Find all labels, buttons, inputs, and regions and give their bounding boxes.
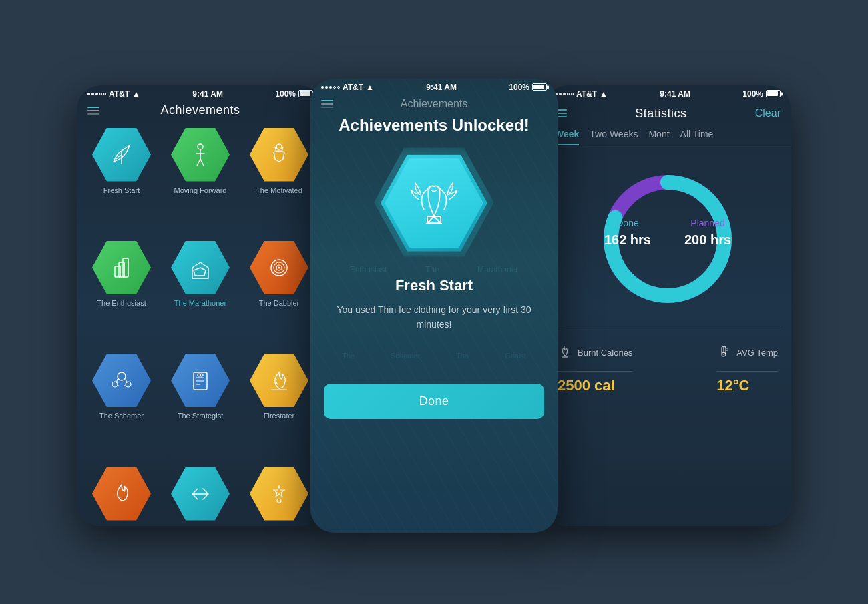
planned-label: Planned bbox=[684, 217, 731, 228]
calories-icon bbox=[558, 344, 572, 362]
tab-two-weeks[interactable]: Two Weeks bbox=[590, 129, 638, 145]
badge-moving-forward[interactable]: Moving Forward bbox=[164, 128, 237, 236]
badge-label-fresh-start: Fresh Start bbox=[103, 186, 140, 195]
calories-label: Burnt Calories bbox=[578, 348, 632, 358]
svg-point-15 bbox=[198, 374, 200, 376]
status-bar-right: AT&T ▲ 9:41 AM 100% bbox=[544, 85, 791, 101]
tab-month[interactable]: Mont bbox=[648, 129, 669, 145]
wifi-icon-left: ▲ bbox=[132, 89, 140, 99]
badge-enthusiast[interactable]: The Enthusiast bbox=[85, 241, 158, 348]
achievement-desc: You used Thin Ice clothing for your very… bbox=[310, 302, 558, 352]
menu-icon-left[interactable] bbox=[87, 107, 99, 115]
hex-firestater bbox=[250, 354, 308, 407]
menu-icon-center[interactable] bbox=[321, 100, 333, 108]
time-left: 9:41 AM bbox=[192, 89, 223, 99]
battery-icon-center bbox=[532, 83, 547, 91]
badge-label-moving-forward: Moving Forward bbox=[174, 186, 227, 195]
achievements-header: Achievements bbox=[77, 101, 324, 123]
battery-icon-right bbox=[766, 90, 781, 97]
hex-dabbler bbox=[250, 241, 308, 294]
temp-label: AVG Temp bbox=[736, 348, 778, 358]
badge-firestater[interactable]: Firestater bbox=[242, 354, 316, 461]
phone-center: AT&T ▲ 9:41 AM 100% Achieveme bbox=[310, 79, 558, 533]
badge-schemer[interactable]: The Schemer bbox=[85, 354, 158, 461]
badge-label-the-motivated: The Motivated bbox=[256, 186, 302, 195]
donut-labels: Done 162 hrs Planned 200 hrs bbox=[604, 217, 731, 247]
battery-pct-right: 100% bbox=[742, 89, 763, 99]
svg-marker-5 bbox=[194, 268, 206, 276]
badge-partial-1[interactable] bbox=[92, 467, 151, 521]
badge-label-marathoner: The Marathoner bbox=[174, 298, 226, 308]
svg-point-11 bbox=[118, 372, 126, 380]
badges-grid: Fresh Start Moving Forward bbox=[77, 123, 324, 467]
hex-the-motivated bbox=[250, 128, 308, 182]
wifi-icon-right: ▲ bbox=[600, 89, 608, 99]
stats-title: Statistics bbox=[635, 107, 686, 121]
partial-badges-row bbox=[77, 467, 324, 526]
signal-dot-5 bbox=[103, 93, 106, 95]
svg-rect-4 bbox=[123, 258, 128, 277]
donut-chart-container: Done 162 hrs Planned 200 hrs bbox=[544, 145, 791, 319]
hex-marathoner bbox=[171, 241, 230, 294]
phone-left: AT&T ▲ 9:41 AM 100% Achievements bbox=[77, 85, 324, 526]
donut-planned: Planned 200 hrs bbox=[684, 217, 731, 247]
center-badge-area bbox=[310, 148, 558, 265]
badge-label-schemer: The Schemer bbox=[99, 411, 144, 420]
stat-calories: Burnt Calories 2500 cal bbox=[558, 344, 632, 394]
carrier-left: AT&T bbox=[109, 89, 130, 99]
bg-text-row: Enthusiast The Marathoner bbox=[310, 265, 558, 274]
carrier-right: AT&T bbox=[576, 89, 597, 99]
badge-label-firestater: Firestater bbox=[264, 411, 294, 420]
signal-dot-4 bbox=[99, 93, 102, 95]
hex-enthusiast bbox=[92, 241, 151, 294]
stats-divider bbox=[555, 326, 781, 326]
achievement-name: Fresh Start bbox=[310, 277, 558, 302]
svg-point-1 bbox=[276, 144, 282, 149]
bg-text-row-2: The Schemer The Goalst bbox=[310, 352, 558, 360]
donut-done: Done 162 hrs bbox=[604, 217, 651, 247]
center-header: Achievements bbox=[310, 95, 558, 116]
badge-marathoner[interactable]: The Marathoner bbox=[164, 241, 237, 348]
stats-row: Burnt Calories 2500 cal bbox=[544, 333, 791, 405]
clear-button[interactable]: Clear bbox=[755, 107, 781, 119]
statistics-screen: AT&T ▲ 9:41 AM 100% Statistic bbox=[544, 85, 791, 526]
badge-the-motivated[interactable]: The Motivated bbox=[242, 128, 316, 236]
svg-point-16 bbox=[200, 374, 203, 376]
svg-rect-3 bbox=[119, 262, 124, 277]
badge-label-dabbler: The Dabbler bbox=[259, 298, 300, 308]
unlocked-screen: AT&T ▲ 9:41 AM 100% Achieveme bbox=[310, 79, 558, 533]
phones-container: AT&T ▲ 9:41 AM 100% Achievements bbox=[77, 85, 791, 533]
badge-strategist[interactable]: The Strategist bbox=[164, 354, 237, 461]
tab-all-time[interactable]: All Time bbox=[680, 129, 714, 145]
status-bar-left: AT&T ▲ 9:41 AM 100% bbox=[77, 85, 324, 101]
stats-tabs: Week Two Weeks Mont All Time bbox=[544, 129, 791, 145]
center-achievements-title: Achievements bbox=[401, 98, 468, 110]
planned-value: 200 hrs bbox=[684, 232, 731, 247]
temp-value: 12°C bbox=[716, 377, 778, 394]
temp-icon bbox=[716, 344, 731, 362]
hex-fresh-start bbox=[92, 128, 151, 182]
svg-point-0 bbox=[198, 144, 203, 149]
calories-value: 2500 cal bbox=[558, 377, 632, 394]
time-right: 9:41 AM bbox=[660, 89, 690, 99]
svg-point-17 bbox=[277, 499, 281, 503]
phone-right: AT&T ▲ 9:41 AM 100% Statistic bbox=[544, 85, 791, 526]
signal-dot-1 bbox=[87, 93, 90, 95]
badge-label-enthusiast: The Enthusiast bbox=[97, 298, 146, 308]
done-button[interactable]: Done bbox=[324, 384, 544, 419]
signal-dot-2 bbox=[91, 93, 94, 95]
hex-moving-forward bbox=[171, 128, 230, 182]
stat-temp: AVG Temp 12°C bbox=[716, 344, 778, 394]
done-value: 162 hrs bbox=[604, 232, 651, 247]
signal-dot-3 bbox=[95, 93, 98, 95]
badge-fresh-start[interactable]: Fresh Start bbox=[85, 128, 158, 236]
badge-partial-2[interactable] bbox=[171, 467, 230, 521]
achievements-screen: AT&T ▲ 9:41 AM 100% Achievements bbox=[77, 85, 324, 526]
tab-week[interactable]: Week bbox=[555, 129, 579, 145]
achievement-icon bbox=[407, 180, 461, 226]
center-hex-inner bbox=[385, 158, 483, 248]
hex-schemer bbox=[92, 354, 151, 407]
badge-dabbler[interactable]: The Dabbler bbox=[242, 241, 316, 348]
done-label: Done bbox=[604, 217, 651, 228]
badge-partial-3[interactable] bbox=[250, 467, 308, 521]
